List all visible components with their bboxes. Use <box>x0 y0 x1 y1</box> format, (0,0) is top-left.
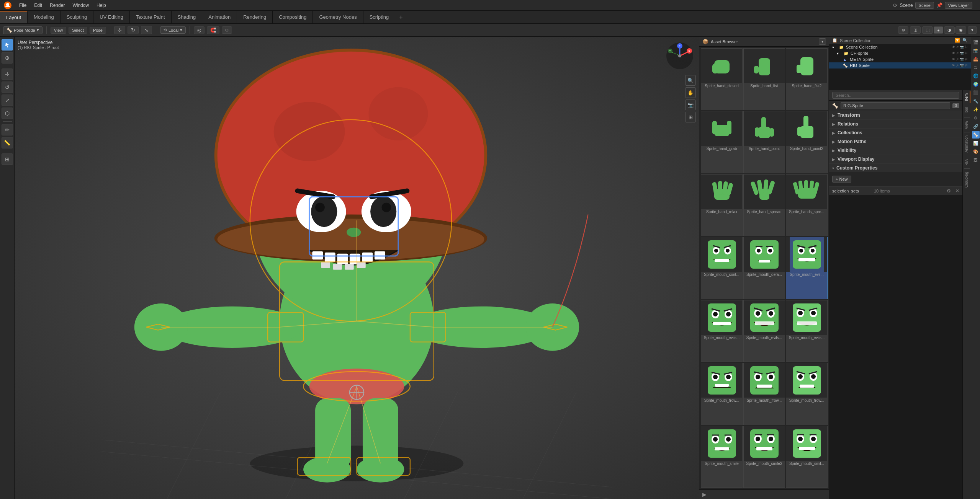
section-collections-header[interactable]: ▶ Collections <box>829 129 962 137</box>
asset-item[interactable]: Sprite_mouth_smil... <box>786 426 828 488</box>
hold-icon-2[interactable]: ⚐ <box>965 51 968 55</box>
grab-btn[interactable]: ⊹ <box>114 26 125 34</box>
section-viewport-display-header[interactable]: ▶ Viewport Display <box>829 155 962 163</box>
props-tab-render[interactable]: 📸 <box>972 47 980 54</box>
tab-sculpting[interactable]: Sculpting <box>61 11 93 23</box>
sel-icon-2[interactable]: ↗ <box>956 51 959 55</box>
asset-item[interactable]: Sprite_hand_fist <box>743 48 785 110</box>
asset-item[interactable]: Sprite_mouth_frow... <box>743 363 785 425</box>
vis-icon-3[interactable]: 👁 <box>952 57 955 61</box>
tab-rendering[interactable]: Rendering <box>237 11 273 23</box>
xray-btn[interactable]: ◫ <box>910 26 921 34</box>
side-tab-view[interactable]: View <box>963 119 970 132</box>
asset-item[interactable]: Sprite_mouth_defa... <box>743 237 785 299</box>
ren-icon-2[interactable]: 📷 <box>960 51 964 55</box>
hold-icon-3[interactable]: ⚐ <box>965 57 968 61</box>
asset-item[interactable]: Sprite_mouth_frow... <box>701 363 743 425</box>
side-tab-ria[interactable]: RIA <box>963 157 970 168</box>
transform-space[interactable]: ⟲ Local ▾ <box>160 26 186 34</box>
section-visibility-header[interactable]: ▶ Visibility <box>829 146 962 155</box>
tab-texture-paint[interactable]: Texture Paint <box>130 11 172 23</box>
asset-item[interactable]: Sprite_hands_spre... <box>786 174 828 236</box>
asset-item[interactable]: Sprite_mouth_evils... <box>743 300 785 362</box>
vis-icon-1[interactable]: 👁 <box>952 45 955 49</box>
viewport-3d[interactable]: User Perspective (1) RIG-Sprite : P-root <box>15 37 699 499</box>
asset-item[interactable]: Sprite_hand_grab <box>701 111 743 173</box>
outliner-search-icon[interactable]: 🔍 <box>962 38 968 43</box>
props-tab-world[interactable]: 🌍 <box>972 80 980 88</box>
wireframe-btn[interactable]: ⬚ <box>922 26 933 34</box>
mode-selector[interactable]: 🦴 Pose Mode ▾ <box>3 26 43 34</box>
menu-window[interactable]: Window <box>69 2 93 9</box>
camera-btn[interactable]: 📷 <box>685 99 696 110</box>
asset-item[interactable]: Sprite_hand_point <box>743 111 785 173</box>
section-custom-props-header[interactable]: ▾ Custom Properties <box>829 164 962 172</box>
asset-filter-btn[interactable]: ▾ <box>819 38 826 45</box>
menu-render[interactable]: Render <box>46 2 69 9</box>
menu-help[interactable]: Help <box>93 2 110 9</box>
menu-edit[interactable]: Edit <box>30 2 46 9</box>
props-tab-view-layer[interactable]: 🗂 <box>972 64 980 71</box>
proportional-btn[interactable]: ⊙ <box>222 26 232 34</box>
ren-icon-3[interactable]: 📷 <box>960 57 964 61</box>
props-tab-physics[interactable]: ⚙ <box>972 114 980 122</box>
rotate-btn[interactable]: ↻ <box>128 26 139 34</box>
outliner-filter-icon[interactable]: 🔽 <box>955 38 960 43</box>
grid-btn[interactable]: ⊞ <box>685 112 696 122</box>
section-relations-header[interactable]: ▶ Relations <box>829 120 962 128</box>
props-tab-modifier[interactable]: 🔧 <box>972 97 980 105</box>
props-tab-scene2[interactable]: 🌐 <box>972 72 980 80</box>
props-tab-constraint[interactable]: 🔗 <box>972 122 980 130</box>
sel-icon-4[interactable]: ↗ <box>956 64 959 67</box>
sync-icon[interactable]: ⟳ <box>893 2 898 8</box>
rotate-tool-btn[interactable]: ↺ <box>2 82 13 93</box>
asset-item[interactable]: Sprite_hand_fist2 <box>786 48 828 110</box>
snap-btn[interactable]: 🧲 <box>207 26 219 34</box>
annotate-tool-btn[interactable]: ✏ <box>2 124 13 135</box>
asset-item[interactable]: Sprite_hand_spread <box>743 174 785 236</box>
sel-icon-1[interactable]: ↗ <box>956 45 959 49</box>
side-tab-tool[interactable]: Tool <box>963 105 970 116</box>
pin-icon[interactable]: 📌 <box>936 2 942 8</box>
asset-item[interactable]: Sprite_hand_point2 <box>786 111 828 173</box>
hand-pan-btn[interactable]: ✋ <box>685 87 696 98</box>
select-tool-btn[interactable] <box>2 39 13 51</box>
side-tab-cloudrig[interactable]: CloudRig <box>963 170 970 190</box>
selection-sets-close-icon[interactable]: ✕ <box>955 188 959 194</box>
side-tab-item[interactable]: Item <box>963 91 970 103</box>
asset-item[interactable]: Sprite_hand_closed <box>701 48 743 110</box>
vis-icon-4[interactable]: 👁 <box>952 64 955 67</box>
add-workspace-button[interactable]: + <box>395 12 406 22</box>
cursor-tool-btn[interactable]: ⊕ <box>2 52 13 64</box>
zoom-in-btn[interactable]: 🔍 <box>685 75 696 86</box>
asset-item[interactable]: Sprite_mouth_smile2 <box>743 426 785 488</box>
properties-search[interactable] <box>832 92 959 99</box>
outliner-item-meta-sprite[interactable]: ▲ META-Sprite 👁 ↗ 📷 ⚐ <box>829 56 971 62</box>
viewport-options-btn[interactable]: ▾ <box>968 26 977 34</box>
selection-sets-gear-icon[interactable]: ⚙ <box>947 188 951 194</box>
asset-item[interactable]: Sprite_hand_relax <box>701 174 743 236</box>
extra-tool-btn[interactable]: ⊞ <box>2 153 13 165</box>
overlay-btn[interactable]: ⊛ <box>898 26 908 34</box>
viewport[interactable]: User Perspective (1) RIG-Sprite : P-root <box>15 37 699 499</box>
tab-compositing[interactable]: Compositing <box>273 11 313 23</box>
bone-name-field[interactable] <box>841 102 950 109</box>
render-btn[interactable]: ◉ <box>955 26 966 34</box>
outliner-item-rig-sprite[interactable]: 🦴 RIG-Sprite 👁 ↗ 📷 ⚐ <box>829 62 971 68</box>
hold-icon-1[interactable]: ⚐ <box>965 45 968 49</box>
props-tab-scene[interactable]: 🎬 <box>972 38 980 46</box>
props-tab-data[interactable]: 📊 <box>972 139 980 147</box>
select-menu[interactable]: Select <box>69 27 87 34</box>
tab-animation[interactable]: Animation <box>202 11 237 23</box>
section-motion-paths-header[interactable]: ▶ Motion Paths <box>829 137 962 146</box>
asset-item[interactable]: Sprite_mouth_smile <box>701 426 743 488</box>
transform-tool-btn[interactable]: ⬡ <box>2 108 13 119</box>
viewport-gizmo[interactable]: Z X Y <box>664 41 695 71</box>
tab-uv-editing[interactable]: UV Editing <box>93 11 129 23</box>
asset-item[interactable]: Sprite_mouth_frow... <box>786 363 828 425</box>
pivot-btn[interactable]: ◎ <box>194 26 205 34</box>
hold-icon-4[interactable]: ⚐ <box>965 64 968 67</box>
material-btn[interactable]: ◑ <box>944 26 955 34</box>
props-tab-object[interactable]: ⬛ <box>972 89 980 96</box>
view-menu[interactable]: View <box>51 27 67 34</box>
